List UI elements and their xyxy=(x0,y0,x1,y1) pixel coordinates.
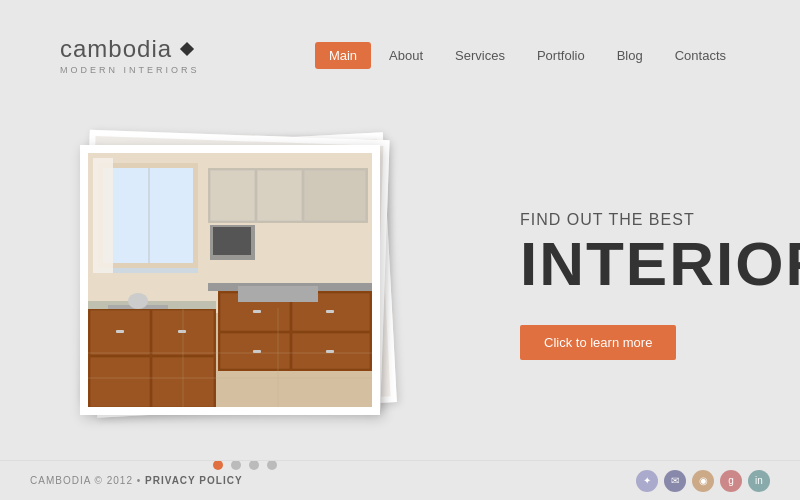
googleplus-icon[interactable]: g xyxy=(720,470,742,492)
svg-rect-29 xyxy=(90,357,150,407)
svg-rect-31 xyxy=(116,330,124,333)
svg-rect-13 xyxy=(304,170,366,221)
logo: cambodia MODERN INTERIORS xyxy=(60,35,200,75)
hero-text-area: FIND OUT THE BEST INTERIORS Click to lea… xyxy=(460,191,800,380)
svg-rect-12 xyxy=(257,170,302,221)
hero-headline: INTERIORS xyxy=(520,233,800,295)
main-nav: Main About Services Portfolio Blog Conta… xyxy=(315,42,740,69)
svg-rect-9 xyxy=(93,158,113,273)
logo-tagline: MODERN INTERIORS xyxy=(60,65,200,75)
nav-item-services[interactable]: Services xyxy=(441,42,519,69)
linkedin-icon[interactable]: in xyxy=(748,470,770,492)
footer-privacy-link[interactable]: PRIVACY POLICY xyxy=(145,475,243,486)
footer-copyright: CAMBODIA © 2012 • PRIVACY POLICY xyxy=(30,475,243,486)
nav-item-contacts[interactable]: Contacts xyxy=(661,42,740,69)
main-content: FIND OUT THE BEST INTERIORS Click to lea… xyxy=(0,110,800,460)
slideshow xyxy=(30,130,460,440)
photo-main xyxy=(80,145,380,415)
svg-rect-24 xyxy=(253,350,261,353)
logo-text: cambodia xyxy=(60,35,172,63)
svg-rect-25 xyxy=(326,350,334,353)
header: cambodia MODERN INTERIORS Main About Ser… xyxy=(0,0,800,110)
svg-rect-4 xyxy=(150,168,195,268)
svg-rect-35 xyxy=(238,286,318,302)
nav-item-blog[interactable]: Blog xyxy=(603,42,657,69)
nav-item-about[interactable]: About xyxy=(375,42,437,69)
svg-rect-8 xyxy=(193,163,198,268)
svg-rect-15 xyxy=(213,227,251,255)
svg-point-36 xyxy=(128,293,148,309)
footer-social-icons: ✦ ✉ ◉ g in xyxy=(636,470,770,492)
svg-rect-11 xyxy=(210,170,255,221)
twitter-icon[interactable]: ✦ xyxy=(636,470,658,492)
rss-icon[interactable]: ◉ xyxy=(692,470,714,492)
svg-rect-32 xyxy=(178,330,186,333)
svg-rect-23 xyxy=(326,310,334,313)
cta-button[interactable]: Click to learn more xyxy=(520,325,676,360)
footer: CAMBODIA © 2012 • PRIVACY POLICY ✦ ✉ ◉ g… xyxy=(0,460,800,500)
nav-item-main[interactable]: Main xyxy=(315,42,371,69)
mail-icon[interactable]: ✉ xyxy=(664,470,686,492)
footer-copyright-text: CAMBODIA © 2012 • xyxy=(30,475,141,486)
svg-rect-22 xyxy=(253,310,261,313)
logo-name: cambodia xyxy=(60,35,200,63)
nav-item-portfolio[interactable]: Portfolio xyxy=(523,42,599,69)
hero-subtitle: FIND OUT THE BEST xyxy=(520,211,800,229)
logo-diamond-icon xyxy=(180,42,194,56)
